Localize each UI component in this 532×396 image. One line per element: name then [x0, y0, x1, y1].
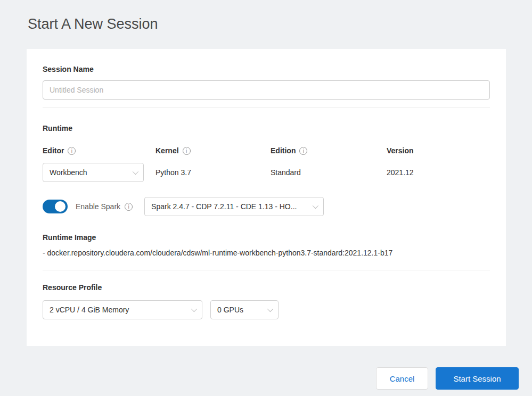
info-icon[interactable]: i — [68, 147, 76, 155]
spark-version-select[interactable]: Spark 2.4.7 - CDP 7.2.11 - CDE 1.13 - HO… — [144, 197, 324, 216]
kernel-column: Kernel i Python 3.7 — [155, 146, 271, 182]
runtime-columns: Editor i Workbench Kernel i Python 3.7 E… — [43, 146, 490, 182]
info-icon[interactable]: i — [125, 203, 133, 211]
resource-profile-row: 2 vCPU / 4 GiB Memory 0 GPUs — [43, 300, 490, 319]
info-icon[interactable]: i — [183, 147, 191, 155]
session-name-label: Session Name — [43, 65, 490, 73]
kernel-value: Python 3.7 — [155, 163, 271, 177]
divider — [43, 270, 490, 270]
divider — [43, 108, 490, 108]
spark-version-selected-value: Spark 2.4.7 - CDP 7.2.11 - CDE 1.13 - HO… — [151, 202, 297, 211]
editor-selected-value: Workbench — [50, 168, 87, 177]
runtime-image-value: - docker.repository.cloudera.com/clouder… — [43, 249, 490, 257]
cpu-memory-selected-value: 2 vCPU / 4 GiB Memory — [50, 306, 129, 314]
cancel-button[interactable]: Cancel — [376, 367, 428, 390]
enable-spark-label: Enable Spark — [76, 202, 120, 211]
page-title: Start A New Session — [28, 16, 158, 32]
session-name-input[interactable] — [43, 80, 490, 100]
version-value: 2021.12 — [387, 163, 490, 177]
editor-label: Editor — [43, 146, 64, 155]
chevron-down-icon — [313, 203, 318, 209]
resource-profile-label: Resource Profile — [43, 283, 490, 292]
chevron-down-icon — [191, 306, 197, 312]
kernel-label: Kernel — [155, 146, 179, 155]
runtime-section-label: Runtime — [43, 124, 490, 133]
edition-column: Edition i Standard — [271, 146, 387, 182]
version-label: Version — [387, 146, 414, 155]
enable-spark-toggle[interactable] — [43, 200, 68, 213]
version-column: Version 2021.12 — [387, 146, 490, 182]
edition-value: Standard — [271, 163, 387, 177]
runtime-image-label: Runtime Image — [43, 233, 490, 242]
edition-label: Edition — [271, 146, 296, 155]
gpu-select[interactable]: 0 GPUs — [210, 300, 279, 319]
info-icon[interactable]: i — [299, 147, 307, 155]
editor-column: Editor i Workbench — [43, 146, 155, 182]
cpu-memory-select[interactable]: 2 vCPU / 4 GiB Memory — [43, 300, 202, 319]
spark-row: Enable Spark i Spark 2.4.7 - CDP 7.2.11 … — [43, 197, 490, 216]
chevron-down-icon — [133, 169, 138, 175]
toggle-knob — [55, 201, 66, 212]
footer-actions: Cancel Start Session — [376, 367, 519, 390]
gpu-selected-value: 0 GPUs — [217, 306, 243, 314]
editor-select[interactable]: Workbench — [43, 163, 144, 182]
chevron-down-icon — [267, 306, 273, 312]
new-session-form-card: Session Name Runtime Editor i Workbench … — [27, 49, 506, 346]
start-session-button[interactable]: Start Session — [436, 367, 519, 390]
